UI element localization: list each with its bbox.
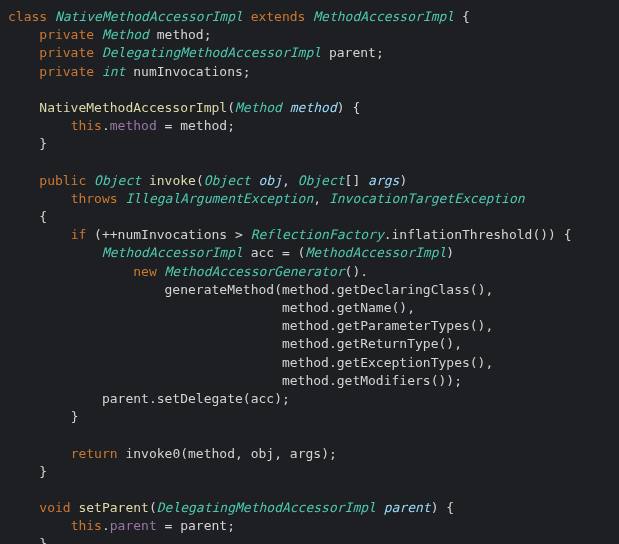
dot: . xyxy=(329,355,337,370)
line-3: private DelegatingMethodAccessorImpl par… xyxy=(8,45,384,60)
comma: , xyxy=(274,446,290,461)
keyword-void: void xyxy=(39,500,70,515)
assign-cast: = ( xyxy=(274,245,305,260)
paren-open: ( xyxy=(274,282,282,297)
method-name: invoke xyxy=(149,173,196,188)
param-name: parent xyxy=(384,500,431,515)
param-type: Object xyxy=(204,173,251,188)
paren-open: ( xyxy=(180,446,188,461)
keyword-public: public xyxy=(39,173,86,188)
end: ); xyxy=(274,391,290,406)
type: Method xyxy=(102,27,149,42)
dot: . xyxy=(329,336,337,351)
end: (), xyxy=(392,300,415,315)
end: ()); xyxy=(431,373,462,388)
keyword-this: this xyxy=(71,118,102,133)
variable: method xyxy=(282,373,329,388)
line-19: method.getModifiers()); xyxy=(8,373,462,388)
line-12: MethodAccessorImpl acc = (MethodAccessor… xyxy=(8,245,454,260)
end: ) { xyxy=(431,500,454,515)
method-call: getModifiers xyxy=(337,373,431,388)
line-13: new MethodAccessorGenerator(). xyxy=(8,264,368,279)
line-23: } xyxy=(8,464,47,479)
type: MethodAccessorImpl xyxy=(102,245,243,260)
return-type: Object xyxy=(94,173,141,188)
constructor-name: NativeMethodAccessorImpl xyxy=(39,100,227,115)
field-ref: method xyxy=(110,118,157,133)
line-16: method.getParameterTypes(), xyxy=(8,318,493,333)
keyword-throws: throws xyxy=(71,191,118,206)
method-call: getDeclaringClass xyxy=(337,282,470,297)
method-call: generateMethod xyxy=(165,282,275,297)
paren-close: ) xyxy=(446,245,454,260)
line-5: NativeMethodAccessorImpl(Method method) … xyxy=(8,100,360,115)
param-name: method xyxy=(290,100,337,115)
variable: method xyxy=(282,355,329,370)
comma: , xyxy=(282,173,298,188)
line-10: { xyxy=(8,209,47,224)
field-ref: parent xyxy=(110,518,157,533)
code-editor[interactable]: class NativeMethodAccessorImpl extends M… xyxy=(8,8,611,544)
paren-open: ( xyxy=(86,227,102,242)
paren-open: ( xyxy=(149,500,157,515)
line-8: public Object invoke(Object obj, Object[… xyxy=(8,173,407,188)
variable: acc xyxy=(251,245,274,260)
cast-type: MethodAccessorImpl xyxy=(305,245,446,260)
method-name: setParent xyxy=(78,500,148,515)
end: (), xyxy=(470,282,493,297)
method-call: getExceptionTypes xyxy=(337,355,470,370)
dot: . xyxy=(329,318,337,333)
keyword-private: private xyxy=(39,45,94,60)
arg: acc xyxy=(251,391,274,406)
class-name: NativeMethodAccessorImpl xyxy=(55,9,243,24)
method-call: getName xyxy=(337,300,392,315)
brace: } xyxy=(39,464,47,479)
exception-type: InvocationTargetException xyxy=(329,191,525,206)
line-9: throws IllegalArgumentException, Invocat… xyxy=(8,191,525,206)
variable: method xyxy=(282,282,329,297)
exception-type: IllegalArgumentException xyxy=(125,191,313,206)
brace: { xyxy=(462,9,470,24)
brace: } xyxy=(39,536,47,544)
line-21: } xyxy=(8,409,78,424)
line-20: parent.setDelegate(acc); xyxy=(8,391,290,406)
array-brackets: [] xyxy=(345,173,368,188)
ctor-call: (). xyxy=(345,264,368,279)
keyword-extends: extends xyxy=(251,9,306,24)
line-6: this.method = method; xyxy=(8,118,235,133)
method-call: inflationThreshold xyxy=(392,227,533,242)
method-call: invoke0 xyxy=(125,446,180,461)
keyword-private: private xyxy=(39,64,94,79)
arg: method xyxy=(188,446,235,461)
brace: { xyxy=(39,209,47,224)
param-type: Method xyxy=(235,100,282,115)
field-name: parent; xyxy=(329,45,384,60)
end: (), xyxy=(470,318,493,333)
line-14: generateMethod(method.getDeclaringClass(… xyxy=(8,282,493,297)
superclass-name: MethodAccessorImpl xyxy=(313,9,454,24)
end: ); xyxy=(321,446,337,461)
line-22: return invoke0(method, obj, args); xyxy=(8,446,337,461)
line-24: void setParent(DelegatingMethodAccessorI… xyxy=(8,500,454,515)
param-type: DelegatingMethodAccessorImpl xyxy=(157,500,376,515)
field-name: numInvocations; xyxy=(133,64,250,79)
param-name: args xyxy=(368,173,399,188)
paren-open: ( xyxy=(196,173,204,188)
line-2: private Method method; xyxy=(8,27,212,42)
line-25: this.parent = parent; xyxy=(8,518,235,533)
paren-open: ( xyxy=(227,100,235,115)
method-call: setDelegate xyxy=(157,391,243,406)
line-4: private int numInvocations; xyxy=(8,64,251,79)
variable: numInvocations xyxy=(118,227,228,242)
variable: parent xyxy=(102,391,149,406)
keyword-private: private xyxy=(39,27,94,42)
variable: method xyxy=(282,318,329,333)
dot: . xyxy=(102,518,110,533)
end: ()) { xyxy=(532,227,571,242)
line-7: } xyxy=(8,136,47,151)
rhs: parent; xyxy=(180,518,235,533)
variable: method xyxy=(282,336,329,351)
line-17: method.getReturnType(), xyxy=(8,336,462,351)
keyword-new: new xyxy=(133,264,156,279)
brace: } xyxy=(39,136,47,151)
